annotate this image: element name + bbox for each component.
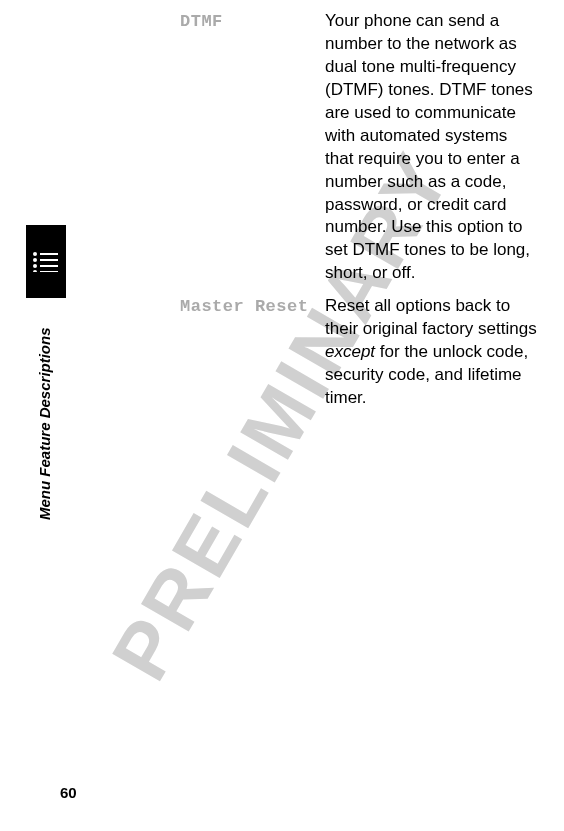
- svg-rect-7: [40, 271, 58, 272]
- term-description: Reset all options back to their original…: [325, 295, 540, 410]
- section-title-vertical: Menu Feature Descriptions: [36, 327, 53, 520]
- svg-point-4: [33, 264, 37, 268]
- definition-row: DTMF Your phone can send a number to the…: [180, 10, 540, 285]
- svg-rect-1: [40, 253, 58, 255]
- term-label: DTMF: [180, 10, 325, 285]
- list-icon: [32, 252, 60, 272]
- svg-rect-5: [40, 265, 58, 267]
- term-label: Master Reset: [180, 295, 325, 410]
- content-area: DTMF Your phone can send a number to the…: [180, 10, 540, 420]
- definition-row: Master Reset Reset all options back to t…: [180, 295, 540, 410]
- term-description: Your phone can send a number to the netw…: [325, 10, 540, 285]
- svg-point-0: [33, 252, 37, 256]
- svg-point-6: [33, 270, 37, 272]
- page-number: 60: [60, 784, 77, 801]
- svg-point-2: [33, 258, 37, 262]
- svg-rect-3: [40, 259, 58, 261]
- sidebar-tab: [26, 225, 66, 298]
